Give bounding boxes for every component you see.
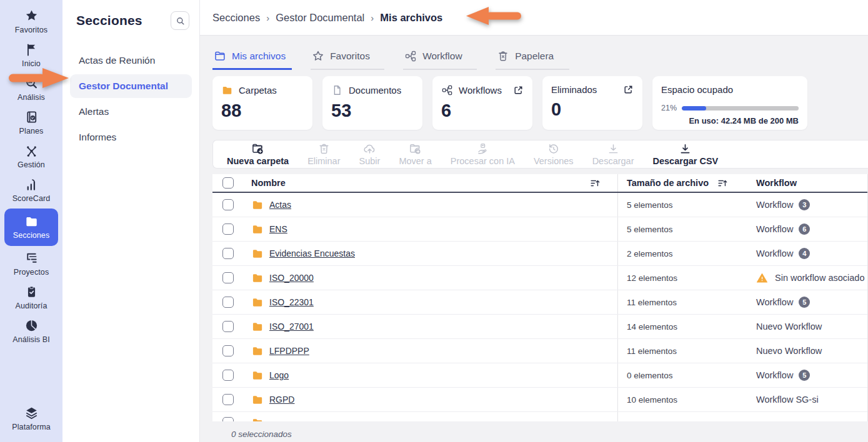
breadcrumb-gestor-documental[interactable]: Gestor Documental <box>276 12 364 24</box>
row-checkbox[interactable] <box>222 345 234 356</box>
download-button[interactable]: Descargar <box>592 142 634 166</box>
history-icon <box>547 142 560 155</box>
folder-link[interactable]: Evidencias Encuestas <box>269 248 355 258</box>
journal-icon <box>24 110 39 124</box>
download-csv-button[interactable]: Descargar CSV <box>653 142 719 166</box>
sidebar-item-proyectos[interactable]: Proyectos <box>4 247 58 281</box>
tab-mis-archivos[interactable]: Mis archivos <box>212 46 292 70</box>
upload-button[interactable]: Subir <box>359 142 381 166</box>
delete-button[interactable]: Eliminar <box>307 142 340 166</box>
versions-button[interactable]: Versiones <box>534 142 574 166</box>
sidebar-item-label: Favoritos <box>15 26 47 34</box>
search-button[interactable] <box>171 11 189 30</box>
pie-chart-icon <box>24 318 39 333</box>
annotation-arrow-left-icon <box>465 6 522 27</box>
card-documentos[interactable]: Documentos 53 <box>322 76 422 130</box>
folder-link[interactable]: ENS <box>269 224 287 234</box>
upload-cloud-icon <box>363 142 376 155</box>
row-checkbox[interactable] <box>222 394 234 405</box>
card-carpetas[interactable]: Carpetas 88 <box>212 76 312 130</box>
folder-icon <box>251 272 264 284</box>
folder-link[interactable]: ISO_27001 <box>269 322 314 332</box>
card-eliminados[interactable]: Eliminados 0 <box>542 76 642 130</box>
tab-papelera[interactable]: Papelera <box>496 46 569 70</box>
workflow-name: Nuevo Workflow <box>756 322 822 332</box>
workflow-count-badge: 5 <box>799 370 810 381</box>
menu-item-actas-de-reunion[interactable]: Actas de Reunión <box>70 49 192 72</box>
analysis-magnifier-icon <box>24 76 39 91</box>
sidebar-item-analisis-bi[interactable]: Análisis BI <box>4 315 58 348</box>
new-folder-button[interactable]: Nueva carpeta <box>227 142 289 166</box>
folder-link[interactable]: ISO_22301 <box>269 297 314 307</box>
menu-item-informes[interactable]: Informes <box>70 125 192 149</box>
toolbar-button-label: Descargar <box>592 156 634 166</box>
menu-item-alertas[interactable]: Alertas <box>70 100 192 124</box>
sidebar-item-analisis[interactable]: Análisis <box>4 72 58 106</box>
row-checkbox[interactable] <box>222 370 234 381</box>
document-icon <box>331 84 343 96</box>
row-size: 12 elementos <box>617 266 737 290</box>
toolbar-button-label: Procesar con IA <box>451 156 515 166</box>
sidebar-item-gestion[interactable]: Gestión <box>4 140 58 174</box>
ai-hand-icon <box>476 142 489 155</box>
folder-link[interactable]: RGPD <box>269 395 294 405</box>
tab-label: Mis archivos <box>232 51 286 62</box>
selection-count: 0 seleccionados <box>212 421 868 439</box>
row-size: 11 elementos <box>617 290 737 314</box>
workflow-name: Nuevo Workflow <box>756 346 822 356</box>
external-link-icon[interactable] <box>513 85 524 96</box>
folder-link[interactable]: LFPDPPP <box>269 346 309 356</box>
toolbar-button-label: Subir <box>359 156 381 166</box>
sidebar-item-secciones[interactable]: Secciones <box>4 209 58 246</box>
sidebar-item-favoritos[interactable]: Favoritos <box>4 5 58 39</box>
toolbar-button-label: Descargar CSV <box>653 156 719 166</box>
process-with-ai-button[interactable]: Procesar con IA <box>451 142 515 166</box>
row-checkbox[interactable] <box>222 199 234 210</box>
move-to-button[interactable]: Mover a <box>399 142 431 166</box>
external-link-icon[interactable] <box>623 84 634 95</box>
sidebar-item-plataforma[interactable]: Plataforma <box>4 402 58 436</box>
workflow-name: Workflow <box>756 370 793 380</box>
row-checkbox[interactable] <box>222 297 234 308</box>
storage-progress-bar <box>682 106 799 110</box>
column-header-nombre: Nombre <box>251 178 286 188</box>
star-icon <box>24 9 39 23</box>
panel-title: Secciones <box>76 13 142 28</box>
outline-list-icon <box>24 251 39 265</box>
row-checkbox[interactable] <box>222 321 234 332</box>
sidebar-item-inicio[interactable]: Inicio <box>4 39 58 72</box>
row-checkbox[interactable] <box>222 248 234 259</box>
card-label: Carpetas <box>239 85 277 96</box>
folder-link[interactable]: Logo <box>269 370 289 380</box>
folder-link[interactable]: Actas <box>269 200 291 210</box>
stat-cards: Carpetas 88 Documentos 53 Workflo <box>212 76 868 130</box>
star-outline-icon <box>312 50 324 62</box>
row-checkbox[interactable] <box>222 272 234 283</box>
select-all-checkbox[interactable] <box>222 177 234 189</box>
sidebar-item-planes[interactable]: Planes <box>4 106 58 140</box>
tab-favoritos[interactable]: Favoritos <box>311 46 384 70</box>
row-checkbox[interactable] <box>222 417 234 421</box>
workflow-name: Workflow <box>756 297 793 307</box>
file-toolbar: Nueva carpeta Eliminar Subir Mover a Pro… <box>212 140 868 169</box>
breadcrumb-secciones[interactable]: Secciones <box>212 12 260 24</box>
card-value: 6 <box>441 101 524 121</box>
card-espacio-ocupado: Espacio ocupado 21% En uso: 42.24 MB de … <box>652 76 807 130</box>
card-workflows[interactable]: Workflows 6 <box>432 76 532 130</box>
folder-icon <box>251 393 264 406</box>
row-checkbox[interactable] <box>222 223 234 235</box>
sort-icon[interactable] <box>589 177 601 189</box>
row-size: 2 elementos <box>617 242 737 265</box>
panel-menu: Actas de Reunión Gestor Documental Alert… <box>70 49 192 149</box>
card-value: 88 <box>221 101 304 121</box>
hub-network-icon <box>24 144 39 158</box>
storage-usage: En uso: 42.24 MB de 200 MB <box>661 116 799 125</box>
folder-link[interactable]: ISO_20000 <box>269 273 314 283</box>
menu-item-gestor-documental[interactable]: Gestor Documental <box>70 74 192 98</box>
tab-workflow[interactable]: Workflow <box>403 46 477 70</box>
sidebar-item-auditoria[interactable]: Auditoría <box>4 281 58 315</box>
folder-icon <box>251 223 264 235</box>
sort-icon[interactable] <box>717 177 729 189</box>
sidebar-item-scorecard[interactable]: ScoreCard <box>4 174 58 207</box>
workflow-warning-text: Sin workflow asociado <box>775 273 864 283</box>
